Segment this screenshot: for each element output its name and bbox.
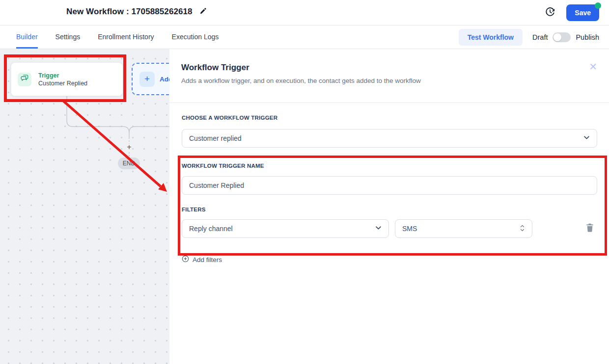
- trigger-config-panel: Workflow Trigger Adds a workflow trigger…: [169, 49, 609, 364]
- chevron-down-icon: [375, 225, 382, 233]
- trigger-node[interactable]: Trigger Customer Replied: [11, 62, 123, 96]
- filter-value-select[interactable]: SMS: [395, 219, 532, 238]
- insert-step-button[interactable]: +: [125, 143, 134, 152]
- end-node: END: [118, 157, 140, 169]
- plus-icon: +: [139, 72, 155, 87]
- trigger-node-name: Customer Replied: [38, 80, 87, 87]
- page-title: New Workflow : 1705885262618: [66, 7, 193, 17]
- workflow-tabbar: Builder Settings Enrollment History Exec…: [0, 26, 609, 49]
- add-node-button[interactable]: + Add: [132, 63, 169, 95]
- workflow-canvas[interactable]: Trigger Customer Replied + Add + END: [0, 49, 169, 364]
- unsaved-changes-badge: [595, 2, 601, 9]
- circle-plus-icon: [182, 255, 189, 264]
- publish-label: Publish: [576, 33, 599, 41]
- tab-enrollment-history[interactable]: Enrollment History: [98, 26, 154, 49]
- add-node-label: Add: [160, 76, 169, 83]
- tab-builder[interactable]: Builder: [16, 26, 38, 49]
- updown-chevrons-icon: [520, 224, 525, 234]
- panel-title: Workflow Trigger: [181, 63, 597, 73]
- panel-header: Workflow Trigger Adds a workflow trigger…: [169, 49, 609, 103]
- trigger-node-type-label: Trigger: [38, 72, 87, 79]
- add-filters-button[interactable]: Add filters: [182, 255, 222, 264]
- connector-lines: [0, 49, 169, 364]
- trigger-name-label: WORKFLOW TRIGGER NAME: [182, 163, 597, 169]
- trash-icon: [585, 223, 594, 234]
- tab-execution-logs[interactable]: Execution Logs: [172, 26, 219, 49]
- annotation-arrow: [0, 49, 169, 364]
- filter-value-select-value: SMS: [402, 225, 520, 233]
- publish-toggle-knob: [554, 33, 561, 41]
- publish-toggle[interactable]: [553, 32, 571, 42]
- choose-trigger-label: CHOOSE A WORKFLOW TRIGGER: [182, 115, 277, 121]
- edit-title-button[interactable]: [199, 7, 207, 17]
- chat-bubbles-icon: [21, 74, 29, 84]
- workflow-trigger-select[interactable]: Customer replied: [182, 129, 597, 148]
- save-button-label: Save: [575, 9, 591, 17]
- app-header: New Workflow : 1705885262618 Save: [0, 0, 609, 26]
- filter-field-select-value: Reply channel: [189, 225, 375, 233]
- save-button[interactable]: Save: [566, 4, 599, 21]
- panel-description: Adds a workflow trigger, and on executio…: [181, 77, 597, 84]
- filter-field-select[interactable]: Reply channel: [182, 219, 389, 238]
- chevron-down-icon: [583, 134, 590, 142]
- delete-filter-button[interactable]: [585, 223, 594, 234]
- history-clock-icon: [545, 6, 555, 19]
- tab-settings[interactable]: Settings: [55, 26, 81, 49]
- trigger-node-icon-badge: [18, 73, 31, 86]
- workflow-trigger-select-value: Customer replied: [189, 134, 583, 142]
- close-icon[interactable]: ✕: [589, 62, 597, 72]
- add-filters-label: Add filters: [193, 256, 222, 263]
- trigger-name-input[interactable]: [182, 176, 597, 195]
- pencil-icon: [199, 7, 207, 17]
- filter-row: Reply channel SMS: [182, 219, 597, 238]
- filters-label: FILTERS: [182, 207, 597, 212]
- draft-label: Draft: [532, 33, 548, 41]
- test-workflow-button[interactable]: Test Workflow: [459, 29, 523, 46]
- version-history-button[interactable]: [545, 6, 555, 19]
